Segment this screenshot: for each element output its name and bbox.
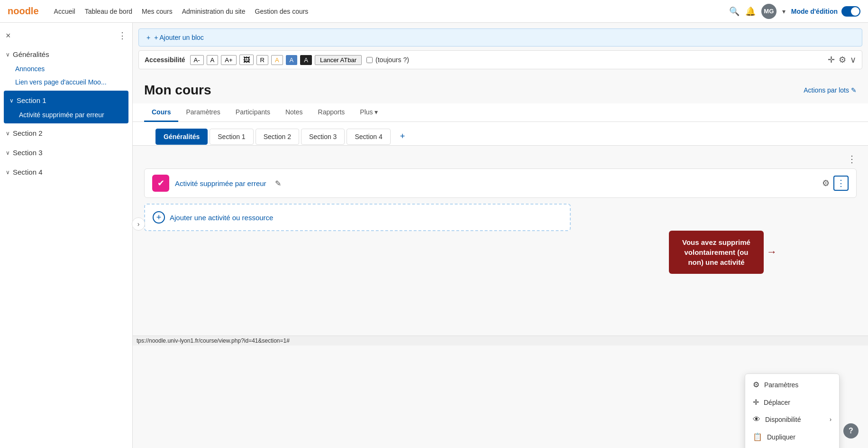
sidebar: × ⋮ ∨ Généralités Annonces Lien vers pag… [0, 23, 133, 448]
acc-btn-blue[interactable]: A [286, 55, 298, 65]
context-menu-attribution-roles[interactable]: 👤 Attribution des rôles [745, 446, 839, 448]
acc-btn-normal[interactable]: A [207, 55, 219, 65]
search-icon[interactable]: 🔍 [729, 6, 740, 17]
sidebar-section-header-1[interactable]: ∨ Section 1 [4, 93, 128, 108]
context-menu-disponibilite[interactable]: 👁 Disponibilité › [745, 411, 839, 428]
add-icon: + [146, 34, 150, 41]
sidebar-section-4: ∨ Section 4 [0, 162, 132, 182]
accessibility-bar: Accessibilité A- A A+ 🖼 R A A A Lancer A… [138, 50, 862, 69]
sidebar-section-2: ∨ Section 2 [0, 123, 132, 143]
actions-par-lots-label: Actions par lots [804, 86, 849, 94]
actions-par-lots-btn[interactable]: Actions par lots ✎ [804, 86, 857, 94]
activity-name[interactable]: Activité supprimée par erreur [175, 179, 266, 187]
sidebar-section-header-2[interactable]: ∨ Section 2 [0, 125, 132, 141]
section-tab-add[interactable]: + [393, 128, 413, 145]
section-tab-4[interactable]: Section 4 [347, 129, 390, 145]
bell-icon[interactable]: 🔔 [745, 6, 756, 17]
section-tabs: Généralités Section 1 Section 2 Section … [144, 122, 857, 145]
tab-plus[interactable]: Plus ▾ [352, 103, 385, 122]
acc-always-label: (toujours ?) [375, 56, 409, 64]
acc-btn-image[interactable]: 🖼 [239, 55, 254, 65]
activity-type-icon: ✔ [152, 175, 169, 192]
sidebar-section-header-3[interactable]: ∨ Section 3 [0, 145, 132, 160]
sidebar-item-lien-accueil[interactable]: Lien vers page d'accueil Moo... [0, 75, 132, 89]
acc-btn-dark[interactable]: A [300, 55, 312, 65]
chevron-down-acc-icon[interactable]: ∨ [850, 55, 856, 65]
statusbar: tps://noodle.univ-lyon1.fr/course/view.p… [133, 336, 868, 345]
context-menu-deplacer[interactable]: ✛ Déplacer [745, 393, 839, 411]
sidebar-options-button[interactable]: ⋮ [118, 30, 127, 41]
course-title: Mon cours [144, 83, 211, 98]
avatar[interactable]: MG [761, 4, 777, 19]
sidebar-section-header-4[interactable]: ∨ Section 4 [0, 164, 132, 180]
add-plus-icon: + [153, 211, 165, 224]
help-button[interactable]: ? [843, 423, 859, 439]
tab-notes[interactable]: Notes [278, 103, 311, 122]
activity-actions: ⚙ ⋮ [822, 176, 849, 191]
section-tab-generalites[interactable]: Généralités [155, 129, 208, 145]
gear-icon[interactable]: ⚙ [839, 55, 846, 65]
logo: noodle [8, 6, 39, 17]
toggle-switch[interactable] [841, 6, 860, 17]
nav-administration[interactable]: Administration du site [182, 8, 246, 15]
chevron-right-icon-2: ∨ [6, 130, 10, 137]
tab-parametres[interactable]: Paramètres [178, 103, 228, 122]
context-menu-dupliquer-label: Dupliquer [767, 433, 795, 441]
tab-rapports[interactable]: Rapports [311, 103, 353, 122]
copy-menu-icon: 📋 [753, 432, 762, 441]
acc-btn-yellow[interactable]: A [271, 55, 283, 65]
sidebar-section-label-4: Section 4 [13, 168, 43, 176]
main-tabs: Cours Paramètres Participants Notes Rapp… [133, 103, 868, 122]
chevron-down-icon-1: ∨ [9, 97, 14, 104]
section-tab-1[interactable]: Section 1 [210, 129, 253, 145]
nav-accueil[interactable]: Accueil [54, 8, 75, 15]
section-tab-2[interactable]: Section 2 [256, 129, 299, 145]
section-tab-3[interactable]: Section 3 [301, 129, 345, 145]
sidebar-section-header-generalites[interactable]: ∨ Généralités [0, 47, 132, 62]
context-menu-dupliquer[interactable]: 📋 Dupliquer [745, 428, 839, 446]
context-menu-parametres[interactable]: ⚙ Paramètres [745, 376, 839, 393]
sidebar-section-1-active: ∨ Section 1 Activité supprimée par erreu… [4, 91, 128, 123]
tab-participants[interactable]: Participants [228, 103, 278, 122]
groups-icon[interactable]: ⚙ [822, 178, 830, 188]
mode-edition-label: Mode d'édition [791, 8, 838, 15]
eye-menu-icon: 👁 [753, 415, 760, 424]
avatar-dropdown[interactable]: ▾ [782, 8, 786, 15]
add-block-bar[interactable]: + + Ajouter un bloc [138, 28, 862, 47]
course-header: Mon cours Actions par lots ✎ [133, 73, 868, 98]
acc-btn-decrease[interactable]: A- [190, 55, 204, 65]
context-menu-parametres-label: Paramètres [764, 381, 798, 389]
topnav: noodle Accueil Tableau de bord Mes cours… [0, 0, 868, 23]
tab-cours[interactable]: Cours [144, 103, 178, 122]
acc-btn-increase[interactable]: A+ [221, 55, 236, 65]
move-icon[interactable]: ✛ [828, 55, 835, 65]
nav-mes-cours[interactable]: Mes cours [142, 8, 173, 15]
acc-btn-reset[interactable]: R [256, 55, 268, 65]
section-content: ⋮ ✔ Activité supprimée par erreur ✎ ⚙ ⋮ … [133, 146, 868, 336]
nav-gestion-cours[interactable]: Gestion des cours [255, 8, 309, 15]
sidebar-section-generalites: ∨ Généralités Annonces Lien vers page d'… [0, 45, 132, 91]
section-more-options-btn[interactable]: ⋮ [847, 153, 857, 165]
add-activity-btn[interactable]: + Ajouter une activité ou ressource [144, 204, 571, 231]
context-menu-disponibilite-label: Disponibilité [765, 416, 801, 423]
nav-tableau-de-bord[interactable]: Tableau de bord [85, 8, 132, 15]
sidebar-collapse-btn[interactable]: › [132, 217, 145, 231]
chevron-right-icon: › [830, 416, 831, 423]
assignment-icon: ✔ [157, 178, 164, 188]
activity-edit-icon[interactable]: ✎ [275, 179, 281, 188]
main-content: + + Ajouter un bloc Accessibilité A- A A… [133, 23, 868, 448]
sidebar-item-activite-supprimee[interactable]: Activité supprimée par erreur [4, 108, 128, 121]
edit-pencil-icon: ✎ [851, 86, 857, 94]
sidebar-item-annonces[interactable]: Annonces [0, 62, 132, 75]
sidebar-close-button[interactable]: × [6, 31, 11, 41]
sidebar-section-label-3: Section 3 [13, 149, 43, 157]
activity-more-btn[interactable]: ⋮ [833, 176, 849, 191]
gear-menu-icon: ⚙ [753, 380, 759, 389]
sidebar-section-label-generalites: Généralités [13, 50, 49, 58]
sidebar-section-3: ∨ Section 3 [0, 143, 132, 162]
chevron-down-icon: ∨ [6, 51, 10, 58]
acc-launch-btn[interactable]: Lancer ATbar [315, 55, 362, 65]
acc-always-checkbox[interactable] [366, 57, 373, 63]
mode-edition-toggle[interactable]: Mode d'édition [791, 6, 860, 17]
sidebar-section-label-2: Section 2 [13, 129, 43, 137]
